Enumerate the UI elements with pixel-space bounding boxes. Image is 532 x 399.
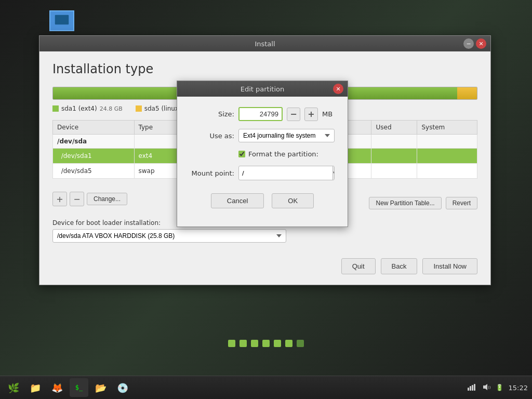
size-increase-button[interactable]: + [304, 108, 318, 121]
progress-dot-7 [297, 340, 304, 347]
mount-point-input[interactable] [239, 167, 332, 179]
ext4-size: 24.8 GB [100, 105, 123, 112]
svg-marker-7 [483, 384, 487, 390]
volume-icon: )))) [482, 383, 490, 392]
battery-icon: 🔋 [496, 384, 503, 391]
col-used: Used [371, 121, 417, 135]
ok-button[interactable]: OK [272, 193, 314, 208]
taskbar: 🌿 📁 🦊 $_ 📂 💿 )))) [0, 376, 532, 399]
install-disc-icon[interactable]: 💿 [113, 378, 132, 397]
progress-dots [0, 340, 532, 347]
svg-rect-0 [55, 15, 69, 25]
cell-system [417, 164, 477, 179]
progress-dot-1 [228, 340, 235, 347]
close-button[interactable]: ✕ [476, 38, 486, 49]
svg-rect-3 [468, 388, 469, 391]
svg-rect-5 [472, 385, 473, 391]
window-titlebar: Install − ✕ [39, 36, 490, 51]
progress-dot-4 [262, 340, 270, 347]
progress-dot-6 [285, 340, 292, 347]
ext4-label: sda1 (ext4) 24.8 GB [52, 105, 123, 112]
format-partition-label: Format the partition: [248, 150, 318, 158]
partition-toolbar: + − Change... [52, 192, 127, 206]
back-button[interactable]: Back [381, 258, 418, 274]
cell-used [371, 164, 417, 179]
use-as-row: Use as: Ext4 journaling file system [190, 129, 335, 142]
mount-input-wrap: ▼ [238, 166, 335, 180]
cell-device: /dev/sda1 [53, 149, 135, 164]
cell-system [417, 135, 477, 149]
boot-loader-select[interactable]: /dev/sda ATA VBOX HARDDISK (25.8 GB) [52, 229, 286, 243]
firefox-icon[interactable]: 🦊 [48, 378, 66, 397]
page-title: Installation type [52, 62, 477, 76]
cell-type: ext4 [134, 149, 181, 164]
taskbar-left: 🌿 📁 🦊 $_ 📂 💿 [4, 378, 132, 397]
action-buttons: Quit Back Install Now [52, 253, 477, 274]
cell-device: /dev/sda5 [53, 164, 135, 179]
format-row: Format the partition: [190, 150, 335, 158]
dialog-actions: Cancel OK [190, 188, 335, 216]
svg-text:)))): )))) [488, 385, 490, 390]
cancel-button[interactable]: Cancel [211, 193, 264, 208]
cell-type [134, 135, 181, 149]
change-partition-button[interactable]: Change... [87, 193, 127, 205]
minimize-button[interactable]: − [463, 38, 474, 49]
swap-color [136, 105, 142, 112]
use-as-label: Use as: [190, 132, 234, 140]
cell-used [371, 135, 417, 149]
cell-type: swap [134, 164, 181, 179]
size-row: Size: − + MB [190, 107, 335, 121]
install-now-button[interactable]: Install Now [422, 258, 477, 274]
size-label: Size: [190, 110, 234, 118]
use-as-select[interactable]: Ext4 journaling file system [238, 129, 335, 142]
cell-system [417, 149, 477, 164]
progress-dot-2 [240, 340, 247, 347]
dialog-body: Size: − + MB Use as: Ext4 journaling fil… [177, 97, 348, 227]
size-input[interactable] [238, 107, 283, 121]
dialog-close-button[interactable]: ✕ [333, 84, 343, 94]
dialog-titlebar: Edit partition ✕ [177, 81, 348, 97]
revert-button[interactable]: Revert [446, 197, 477, 209]
files2-icon[interactable]: 📂 [91, 378, 110, 397]
cell-used [371, 149, 417, 164]
mint-menu-icon[interactable]: 🌿 [4, 378, 23, 397]
terminal-icon[interactable]: $_ [70, 378, 88, 397]
mount-point-label: Mount point: [190, 169, 234, 177]
svg-rect-2 [58, 26, 66, 28]
svg-rect-1 [60, 25, 64, 26]
remove-partition-button[interactable]: − [70, 192, 84, 206]
svg-rect-6 [474, 384, 475, 391]
swap-partition-bar [457, 87, 477, 99]
window-title: Install [255, 40, 275, 48]
progress-dot-5 [274, 340, 281, 347]
taskbar-right: )))) 🔋 15:22 [468, 383, 528, 392]
ext4-label-text: sda1 (ext4) [61, 105, 97, 112]
add-partition-button[interactable]: + [52, 192, 67, 206]
col-device: Device [53, 121, 135, 135]
desktop-icon[interactable] [49, 10, 74, 32]
size-unit: MB [322, 110, 332, 118]
mount-dropdown-button[interactable]: ▼ [332, 166, 335, 180]
size-decrease-button[interactable]: − [287, 108, 300, 121]
dialog-title: Edit partition [241, 85, 284, 93]
ext4-color [52, 105, 59, 112]
monitor-icon [49, 10, 74, 31]
new-partition-table-button[interactable]: New Partition Table... [369, 197, 441, 209]
network-icon [468, 383, 477, 392]
mount-point-row: Mount point: ▼ [190, 166, 335, 180]
clock: 15:22 [509, 384, 528, 392]
svg-rect-4 [470, 386, 471, 391]
edit-partition-dialog: Edit partition ✕ Size: − + MB Use as: Ex… [177, 81, 348, 227]
format-partition-checkbox[interactable] [238, 151, 245, 157]
cell-device: /dev/sda [53, 135, 135, 149]
col-system: System [417, 121, 477, 135]
files-icon[interactable]: 📁 [26, 378, 45, 397]
desktop: Install − ✕ Installation type sda1 (ext4… [0, 0, 532, 399]
col-type: Type [134, 121, 181, 135]
progress-dot-3 [251, 340, 258, 347]
quit-button[interactable]: Quit [341, 258, 376, 274]
